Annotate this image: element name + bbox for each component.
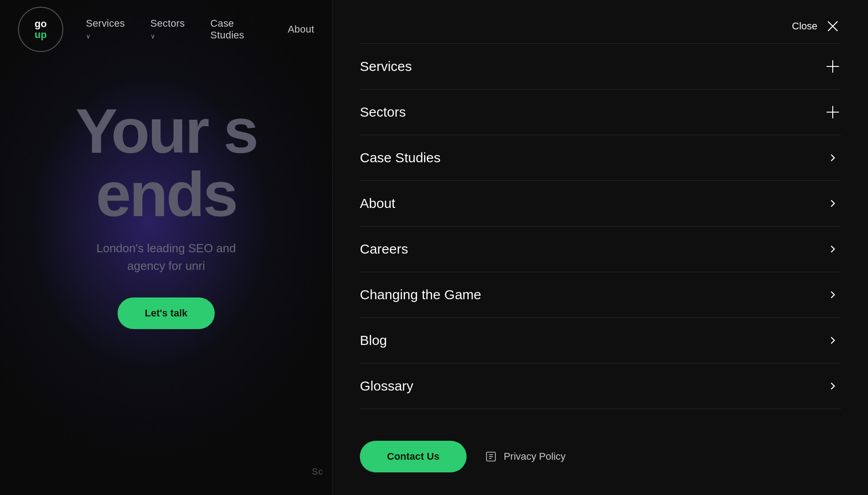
hero-content: Your s ends London's leading SEO and age… <box>0 99 332 329</box>
close-label[interactable]: Close <box>792 20 817 32</box>
nav-about[interactable]: About <box>288 24 314 35</box>
lets-talk-button[interactable]: Let's talk <box>118 297 215 329</box>
menu-item-services[interactable]: Services <box>360 43 841 89</box>
hero-title: Your s ends <box>9 99 323 226</box>
chevron-right-icon-glossary <box>825 378 841 394</box>
menu-item-about[interactable]: About <box>360 180 841 226</box>
menu-close-row: Close <box>333 0 868 43</box>
privacy-label: Privacy Policy <box>504 451 566 462</box>
scroll-label: Sc <box>312 467 323 477</box>
logo-up: up <box>35 29 47 40</box>
chevron-right-icon-about <box>825 195 841 212</box>
chevron-icon: ∨ <box>151 33 155 40</box>
menu-item-sectors[interactable]: Sectors <box>360 89 841 135</box>
menu-footer: Contact Us Privacy Policy <box>333 427 868 495</box>
privacy-policy-link[interactable]: Privacy Policy <box>485 450 566 463</box>
menu-item-careers[interactable]: Careers <box>360 226 841 272</box>
nav-sectors[interactable]: Sectors ∨ <box>151 18 193 41</box>
close-icon <box>826 20 839 33</box>
chevron-right-icon-case-studies <box>825 150 841 166</box>
logo-go: go <box>35 18 47 29</box>
hero-panel: go up Services ∨ Sectors ∨ Case Studies … <box>0 0 332 495</box>
close-button[interactable] <box>825 18 841 34</box>
nav-links: Services ∨ Sectors ∨ Case Studies About <box>86 18 314 41</box>
menu-item-case-studies[interactable]: Case Studies <box>360 135 841 180</box>
plus-icon-services <box>825 58 841 75</box>
menu-items: Services Sectors Case Studies About <box>333 43 868 427</box>
plus-icon-sectors <box>825 104 841 120</box>
privacy-icon <box>485 450 497 463</box>
menu-item-changing-the-game[interactable]: Changing the Game <box>360 272 841 317</box>
chevron-right-icon-changing-the-game <box>825 287 841 303</box>
menu-item-blog[interactable]: Blog <box>360 317 841 363</box>
contact-us-button[interactable]: Contact Us <box>360 441 467 472</box>
nav-menu-panel: Close Services Sectors Case Studies <box>333 0 868 495</box>
chevron-right-icon-careers <box>825 241 841 257</box>
nav-case-studies[interactable]: Case Studies <box>210 18 269 41</box>
navbar: go up Services ∨ Sectors ∨ Case Studies … <box>0 0 332 59</box>
logo[interactable]: go up <box>18 7 63 52</box>
nav-services[interactable]: Services ∨ <box>86 18 132 41</box>
chevron-icon: ∨ <box>86 33 90 40</box>
chevron-right-icon-blog <box>825 332 841 349</box>
hero-subtitle: London's leading SEO and agency for unri <box>9 240 323 275</box>
menu-item-glossary[interactable]: Glossary <box>360 363 841 409</box>
